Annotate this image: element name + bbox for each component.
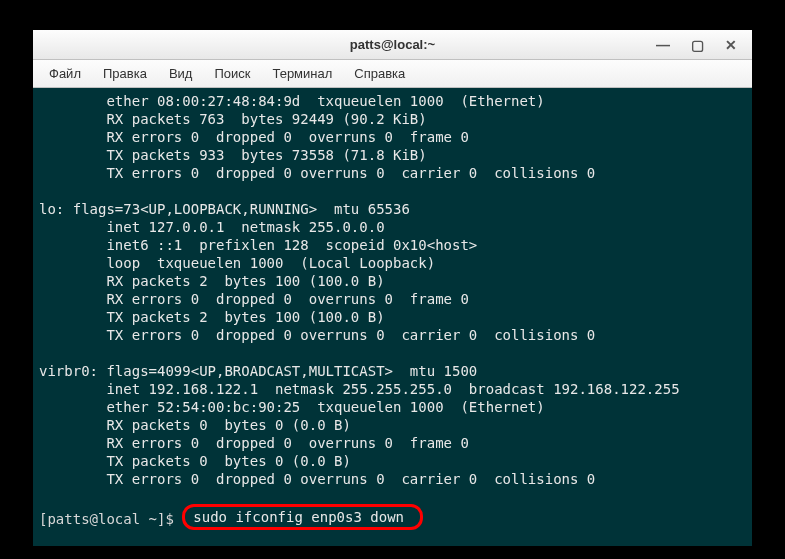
menu-search[interactable]: Поиск	[204, 64, 260, 83]
menu-file[interactable]: Файл	[39, 64, 91, 83]
output-line: TX errors 0 dropped 0 overruns 0 carrier…	[39, 471, 595, 487]
menu-view[interactable]: Вид	[159, 64, 203, 83]
menubar: Файл Правка Вид Поиск Терминал Справка	[33, 60, 752, 88]
typed-command: sudo ifconfig enp0s3 down	[193, 509, 404, 525]
output-line: TX packets 2 bytes 100 (100.0 B)	[39, 309, 385, 325]
output-line: TX errors 0 dropped 0 overruns 0 carrier…	[39, 165, 595, 181]
maximize-button[interactable]: ▢	[680, 32, 714, 58]
output-line: RX packets 2 bytes 100 (100.0 B)	[39, 273, 385, 289]
output-line: lo: flags=73<UP,LOOPBACK,RUNNING> mtu 65…	[39, 201, 410, 217]
output-line: loop txqueuelen 1000 (Local Loopback)	[39, 255, 435, 271]
output-line: RX errors 0 dropped 0 overruns 0 frame 0	[39, 291, 469, 307]
menu-terminal[interactable]: Терминал	[262, 64, 342, 83]
output-line: virbr0: flags=4099<UP,BROADCAST,MULTICAS…	[39, 363, 477, 379]
output-line: inet6 ::1 prefixlen 128 scopeid 0x10<hos…	[39, 237, 477, 253]
command-highlight: sudo ifconfig enp0s3 down	[182, 504, 423, 530]
terminal-body[interactable]: ether 08:00:27:48:84:9d txqueuelen 1000 …	[33, 88, 752, 546]
menu-help[interactable]: Справка	[344, 64, 415, 83]
minimize-button[interactable]: —	[646, 32, 680, 58]
output-line: TX packets 0 bytes 0 (0.0 B)	[39, 453, 351, 469]
output-line: TX errors 0 dropped 0 overruns 0 carrier…	[39, 327, 595, 343]
output-line: RX errors 0 dropped 0 overruns 0 frame 0	[39, 435, 469, 451]
shell-prompt: [patts@local ~]$	[39, 511, 182, 527]
close-button[interactable]: ✕	[714, 32, 748, 58]
terminal-window: patts@local:~ — ▢ ✕ Файл Правка Вид Поис…	[33, 30, 752, 546]
window-controls: — ▢ ✕	[646, 30, 748, 59]
output-line: RX errors 0 dropped 0 overruns 0 frame 0	[39, 129, 469, 145]
output-line: TX packets 933 bytes 73558 (71.8 KiB)	[39, 147, 427, 163]
output-line: ether 52:54:00:bc:90:25 txqueuelen 1000 …	[39, 399, 545, 415]
titlebar[interactable]: patts@local:~ — ▢ ✕	[33, 30, 752, 60]
output-line: ether 08:00:27:48:84:9d txqueuelen 1000 …	[39, 93, 545, 109]
menu-edit[interactable]: Правка	[93, 64, 157, 83]
output-line: RX packets 0 bytes 0 (0.0 B)	[39, 417, 351, 433]
window-title: patts@local:~	[350, 37, 435, 52]
output-line: inet 192.168.122.1 netmask 255.255.255.0…	[39, 381, 680, 397]
output-line: inet 127.0.0.1 netmask 255.0.0.0	[39, 219, 385, 235]
output-line: RX packets 763 bytes 92449 (90.2 KiB)	[39, 111, 427, 127]
